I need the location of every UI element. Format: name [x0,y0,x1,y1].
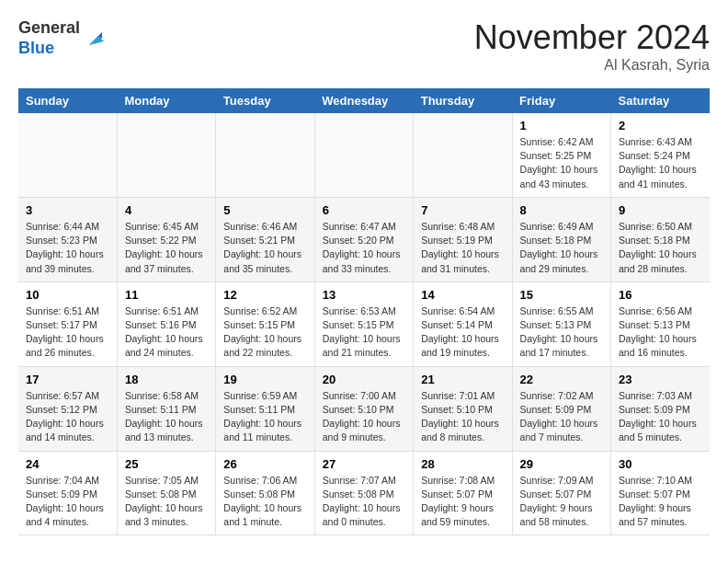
page-header: General Blue November 2024 Al Kasrah, Sy… [18,18,710,74]
day-cell [18,113,117,197]
day-info: Sunrise: 6:50 AM Sunset: 5:18 PM Dayligh… [619,220,702,276]
day-number: 14 [421,288,504,302]
day-info: Sunrise: 6:46 AM Sunset: 5:21 PM Dayligh… [223,220,306,276]
day-cell: 12Sunrise: 6:52 AM Sunset: 5:15 PM Dayli… [216,282,314,366]
day-number: 9 [619,203,702,217]
day-cell: 22Sunrise: 7:02 AM Sunset: 5:09 PM Dayli… [512,366,610,451]
day-number: 21 [421,373,504,386]
week-row-5: 24Sunrise: 7:04 AM Sunset: 5:09 PM Dayli… [18,451,710,535]
day-info: Sunrise: 6:48 AM Sunset: 5:19 PM Dayligh… [421,220,504,276]
day-info: Sunrise: 6:56 AM Sunset: 5:13 PM Dayligh… [619,304,702,361]
day-number: 8 [520,203,603,217]
week-row-2: 3Sunrise: 6:44 AM Sunset: 5:23 PM Daylig… [18,197,710,282]
day-info: Sunrise: 6:51 AM Sunset: 5:17 PM Dayligh… [26,304,109,361]
header-thursday: Thursday [414,88,512,113]
week-row-3: 10Sunrise: 6:51 AM Sunset: 5:17 PM Dayli… [18,282,710,366]
day-cell: 17Sunrise: 6:57 AM Sunset: 5:12 PM Dayli… [18,366,117,451]
day-info: Sunrise: 7:07 AM Sunset: 5:08 PM Dayligh… [323,474,405,530]
day-number: 25 [125,457,208,471]
day-number: 17 [26,373,109,386]
day-info: Sunrise: 6:47 AM Sunset: 5:20 PM Dayligh… [323,220,405,276]
day-info: Sunrise: 7:04 AM Sunset: 5:09 PM Dayligh… [26,474,109,530]
day-info: Sunrise: 6:45 AM Sunset: 5:22 PM Dayligh… [125,220,208,276]
day-number: 24 [26,457,109,471]
day-info: Sunrise: 7:01 AM Sunset: 5:10 PM Dayligh… [421,389,504,445]
day-cell: 16Sunrise: 6:56 AM Sunset: 5:13 PM Dayli… [611,282,710,366]
day-cell: 28Sunrise: 7:08 AM Sunset: 5:07 PM Dayli… [414,451,512,535]
day-number: 19 [223,373,306,386]
day-info: Sunrise: 6:54 AM Sunset: 5:14 PM Dayligh… [421,304,504,361]
day-cell: 14Sunrise: 6:54 AM Sunset: 5:14 PM Dayli… [414,282,512,366]
day-number: 12 [223,288,306,302]
day-cell: 7Sunrise: 6:48 AM Sunset: 5:19 PM Daylig… [414,197,512,282]
header-tuesday: Tuesday [216,88,314,113]
day-cell: 26Sunrise: 7:06 AM Sunset: 5:08 PM Dayli… [216,451,314,535]
day-number: 27 [323,457,405,471]
day-cell: 4Sunrise: 6:45 AM Sunset: 5:22 PM Daylig… [117,197,215,282]
day-cell [117,113,215,197]
day-number: 22 [520,373,603,386]
day-info: Sunrise: 6:42 AM Sunset: 5:25 PM Dayligh… [520,135,603,191]
day-info: Sunrise: 6:58 AM Sunset: 5:11 PM Dayligh… [125,389,208,445]
logo-icon [82,25,109,52]
day-info: Sunrise: 7:08 AM Sunset: 5:07 PM Dayligh… [421,474,504,530]
day-number: 3 [26,203,109,217]
day-number: 28 [421,457,504,471]
day-number: 2 [619,119,702,132]
day-cell: 18Sunrise: 6:58 AM Sunset: 5:11 PM Dayli… [117,366,215,451]
day-cell: 23Sunrise: 7:03 AM Sunset: 5:09 PM Dayli… [611,366,710,451]
day-number: 26 [223,457,306,471]
day-info: Sunrise: 6:49 AM Sunset: 5:18 PM Dayligh… [520,220,603,276]
day-cell: 9Sunrise: 6:50 AM Sunset: 5:18 PM Daylig… [611,197,710,282]
day-cell: 20Sunrise: 7:00 AM Sunset: 5:10 PM Dayli… [314,366,413,451]
day-info: Sunrise: 7:03 AM Sunset: 5:09 PM Dayligh… [619,389,702,445]
day-number: 11 [125,288,208,302]
day-info: Sunrise: 7:09 AM Sunset: 5:07 PM Dayligh… [520,474,603,530]
day-info: Sunrise: 6:43 AM Sunset: 5:24 PM Dayligh… [619,135,702,191]
day-number: 1 [520,119,603,132]
day-info: Sunrise: 7:00 AM Sunset: 5:10 PM Dayligh… [323,389,405,445]
day-cell: 27Sunrise: 7:07 AM Sunset: 5:08 PM Dayli… [314,451,413,535]
header-sunday: Sunday [18,88,117,113]
day-number: 15 [520,288,603,302]
day-number: 29 [520,457,603,471]
day-number: 20 [323,373,405,386]
day-info: Sunrise: 6:57 AM Sunset: 5:12 PM Dayligh… [26,389,109,445]
day-cell: 5Sunrise: 6:46 AM Sunset: 5:21 PM Daylig… [216,197,314,282]
logo: General Blue [18,18,109,58]
day-number: 7 [421,203,504,217]
day-number: 6 [323,203,405,217]
day-cell: 19Sunrise: 6:59 AM Sunset: 5:11 PM Dayli… [216,366,314,451]
title-block: November 2024 Al Kasrah, Syria [474,18,710,74]
day-number: 18 [125,373,208,386]
day-cell [216,113,314,197]
day-cell: 30Sunrise: 7:10 AM Sunset: 5:07 PM Dayli… [611,451,710,535]
day-cell: 2Sunrise: 6:43 AM Sunset: 5:24 PM Daylig… [611,113,710,197]
calendar-table: SundayMondayTuesdayWednesdayThursdayFrid… [18,88,710,535]
day-cell: 29Sunrise: 7:09 AM Sunset: 5:07 PM Dayli… [512,451,610,535]
day-cell: 10Sunrise: 6:51 AM Sunset: 5:17 PM Dayli… [18,282,117,366]
day-cell: 11Sunrise: 6:51 AM Sunset: 5:16 PM Dayli… [117,282,215,366]
day-cell: 3Sunrise: 6:44 AM Sunset: 5:23 PM Daylig… [18,197,117,282]
location: Al Kasrah, Syria [474,57,710,74]
day-number: 10 [26,288,109,302]
day-cell: 15Sunrise: 6:55 AM Sunset: 5:13 PM Dayli… [512,282,610,366]
day-info: Sunrise: 7:02 AM Sunset: 5:09 PM Dayligh… [520,389,603,445]
logo-general: General [18,18,80,37]
day-cell: 25Sunrise: 7:05 AM Sunset: 5:08 PM Dayli… [117,451,215,535]
day-number: 13 [323,288,405,302]
day-number: 4 [125,203,208,217]
day-info: Sunrise: 6:44 AM Sunset: 5:23 PM Dayligh… [26,220,109,276]
day-info: Sunrise: 7:10 AM Sunset: 5:07 PM Dayligh… [619,474,702,530]
day-cell: 13Sunrise: 6:53 AM Sunset: 5:15 PM Dayli… [314,282,413,366]
header-saturday: Saturday [611,88,710,113]
day-info: Sunrise: 7:06 AM Sunset: 5:08 PM Dayligh… [223,474,306,530]
day-info: Sunrise: 6:59 AM Sunset: 5:11 PM Dayligh… [223,389,306,445]
header-friday: Friday [512,88,610,113]
day-info: Sunrise: 6:55 AM Sunset: 5:13 PM Dayligh… [520,304,603,361]
month-title: November 2024 [474,18,710,57]
day-cell [314,113,413,197]
header-monday: Monday [117,88,215,113]
day-info: Sunrise: 6:53 AM Sunset: 5:15 PM Dayligh… [323,304,405,361]
day-cell: 24Sunrise: 7:04 AM Sunset: 5:09 PM Dayli… [18,451,117,535]
